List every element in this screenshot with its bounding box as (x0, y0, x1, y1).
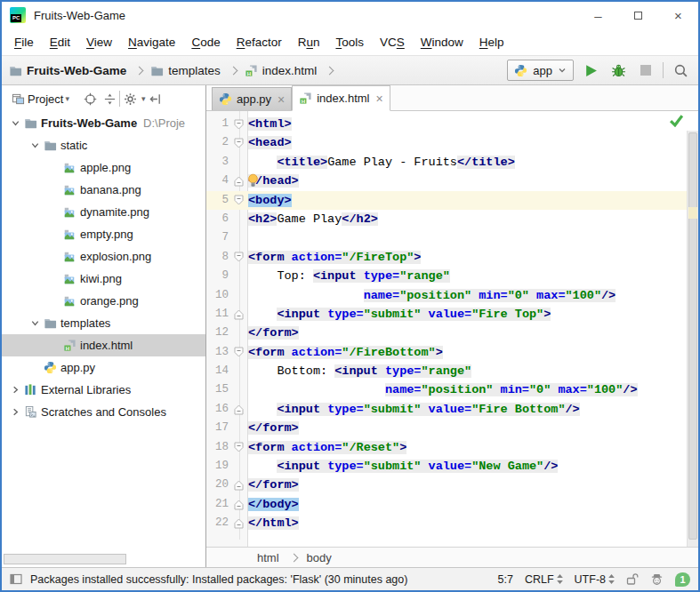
close-button[interactable]: × (658, 2, 698, 28)
menu-item-file[interactable]: File (6, 36, 42, 49)
menu-item-tools[interactable]: Tools (327, 36, 372, 49)
editor-breadcrumb-html[interactable]: html (257, 551, 279, 564)
tree-item-scratches-and-consoles[interactable]: Scratches and Consoles (2, 401, 205, 423)
tree-item-templates[interactable]: templates (2, 312, 205, 334)
breadcrumb-fruits-web-game[interactable]: Fruits-Web-Game (27, 64, 126, 77)
tree-item-fruits-web-game[interactable]: Fruits-Web-GameD:\Proje (2, 112, 205, 134)
code-line-11[interactable]: 11 <input type="submit" value="Fire Top"… (206, 305, 698, 324)
debug-button[interactable] (607, 60, 629, 81)
code-line-19[interactable]: 19 <input type="submit" value="New Game"… (206, 457, 698, 476)
inspection-profile-icon[interactable] (650, 572, 664, 586)
menu-item-code[interactable]: Code (183, 36, 228, 49)
fold-marker-icon[interactable] (229, 476, 248, 494)
fold-marker-icon[interactable] (229, 172, 248, 190)
code-line-12[interactable]: 12</form> (206, 324, 698, 342)
code-line-6[interactable]: 6<h2>Game Play</h2> (206, 210, 698, 228)
search-everywhere-button[interactable] (670, 60, 691, 81)
editor-breadcrumb-body[interactable]: body (307, 551, 332, 564)
fold-marker-icon[interactable] (229, 514, 248, 532)
locate-file-button[interactable] (80, 89, 100, 108)
menu-item-help[interactable]: Help (471, 36, 512, 49)
tree-item-dynamite.png[interactable]: dynamite.png (2, 201, 205, 223)
code-line-7[interactable]: 7 (206, 228, 698, 247)
fold-marker-icon[interactable] (229, 495, 248, 514)
stop-button[interactable] (635, 60, 656, 81)
close-tab-icon[interactable]: × (375, 92, 382, 106)
intention-bulb-icon[interactable] (246, 173, 260, 194)
fold-marker-icon[interactable] (229, 305, 248, 324)
tree-item-orange.png[interactable]: orange.png (2, 290, 205, 312)
error-stripe-mark[interactable] (688, 207, 697, 219)
code-line-15[interactable]: 15 name="position" min="0" max="100"/> (206, 380, 698, 399)
code-line-14[interactable]: 14 Bottom: <input type="range" (206, 362, 698, 380)
code-line-16[interactable]: 16 <input type="submit" value="Fire Bott… (206, 400, 698, 419)
editor-vscrollbar[interactable] (687, 131, 698, 547)
fold-marker-icon[interactable] (229, 438, 248, 457)
line-separator-widget[interactable]: CRLF (525, 573, 563, 586)
collapse-all-button[interactable] (146, 89, 165, 108)
chevron-down-icon[interactable] (30, 140, 44, 150)
inspection-ok-icon[interactable] (669, 114, 684, 131)
code-line-4[interactable]: 4</head> (206, 172, 698, 190)
menu-item-view[interactable]: View (78, 36, 120, 49)
vscrollbar-thumb[interactable] (688, 132, 697, 540)
code-line-1[interactable]: 1<html> (206, 115, 698, 133)
caret-position-widget[interactable]: 5:7 (498, 573, 513, 586)
tree-item-static[interactable]: static (2, 134, 205, 156)
code-line-3[interactable]: 3 <title>Game Play - Fruits</title> (206, 153, 698, 172)
chevron-down-icon[interactable] (11, 118, 24, 128)
chevron-right-icon[interactable] (11, 407, 24, 417)
fold-marker-icon[interactable] (229, 248, 248, 267)
code-line-2[interactable]: 2<head> (206, 133, 698, 152)
toolwindow-toggle-icon[interactable] (10, 573, 22, 585)
minimize-button[interactable]: – (578, 2, 618, 28)
notification-badge[interactable]: 1 (675, 572, 690, 587)
chevron-down-icon[interactable] (30, 318, 44, 328)
chevron-right-icon[interactable] (11, 385, 24, 395)
code-line-10[interactable]: 10 name="position" min="0" max="100"/> (206, 286, 698, 305)
menu-item-edit[interactable]: Edit (42, 36, 78, 49)
editor-tab-app.py[interactable]: app.py× (212, 87, 292, 110)
fold-marker-icon[interactable] (229, 133, 248, 152)
maximize-button[interactable] (618, 2, 658, 28)
code-line-18[interactable]: 18<form action="/Reset"> (206, 438, 698, 457)
breadcrumb-templates[interactable]: templates (168, 64, 221, 77)
tree-item-explosion.png[interactable]: explosion.png (2, 245, 205, 268)
project-panel-title[interactable]: Project (28, 92, 63, 106)
code-line-22[interactable]: 22</html> (206, 514, 698, 532)
code-line-5[interactable]: 5<body> (206, 191, 698, 210)
menu-item-refactor[interactable]: Refactor (229, 36, 290, 49)
run-button[interactable] (580, 60, 601, 81)
code-line-8[interactable]: 8<form action="/FireTop"> (206, 248, 698, 267)
expand-collapse-button[interactable] (100, 89, 119, 108)
close-tab-icon[interactable]: × (278, 92, 285, 107)
code-line-9[interactable]: 9 Top: <input type="range" (206, 267, 698, 285)
tree-item-index.html[interactable]: Hindex.html (2, 334, 205, 356)
fold-marker-icon[interactable] (229, 191, 248, 210)
code-line-17[interactable]: 17</form> (206, 419, 698, 437)
tree-item-app.py[interactable]: app.py (2, 356, 205, 379)
editor-tab-index.html[interactable]: Hindex.html× (292, 85, 390, 111)
encoding-widget[interactable]: UTF-8 (575, 573, 615, 586)
breadcrumb-index.html[interactable]: index.html (262, 64, 318, 77)
code-line-13[interactable]: 13<form action="/FireBottom"> (206, 343, 698, 362)
code-editor[interactable]: 1<html>2<head>3 <title>Game Play - Fruit… (206, 111, 698, 547)
gear-icon[interactable] (120, 89, 140, 108)
run-config-selector[interactable]: app (507, 60, 574, 81)
hscrollbar-thumb[interactable] (4, 554, 126, 564)
fold-marker-icon[interactable] (229, 115, 248, 133)
code-line-21[interactable]: 21</body> (206, 495, 698, 514)
menu-item-vcs[interactable]: VCS (372, 36, 413, 49)
code-line-20[interactable]: 20</form> (206, 476, 698, 494)
tree-item-external-libraries[interactable]: External Libraries (2, 379, 205, 401)
project-hscrollbar[interactable] (2, 554, 205, 565)
tree-item-banana.png[interactable]: banana.png (2, 179, 205, 201)
chevron-down-icon[interactable]: ▾ (65, 94, 69, 103)
fold-marker-icon[interactable] (229, 343, 248, 362)
tree-item-kiwi.png[interactable]: kiwi.png (2, 268, 205, 290)
fold-marker-icon[interactable] (229, 400, 248, 419)
menu-item-window[interactable]: Window (413, 36, 471, 49)
tree-item-empty.png[interactable]: empty.png (2, 223, 205, 245)
menu-item-run[interactable]: Run (290, 36, 328, 49)
lock-icon[interactable] (626, 572, 639, 586)
